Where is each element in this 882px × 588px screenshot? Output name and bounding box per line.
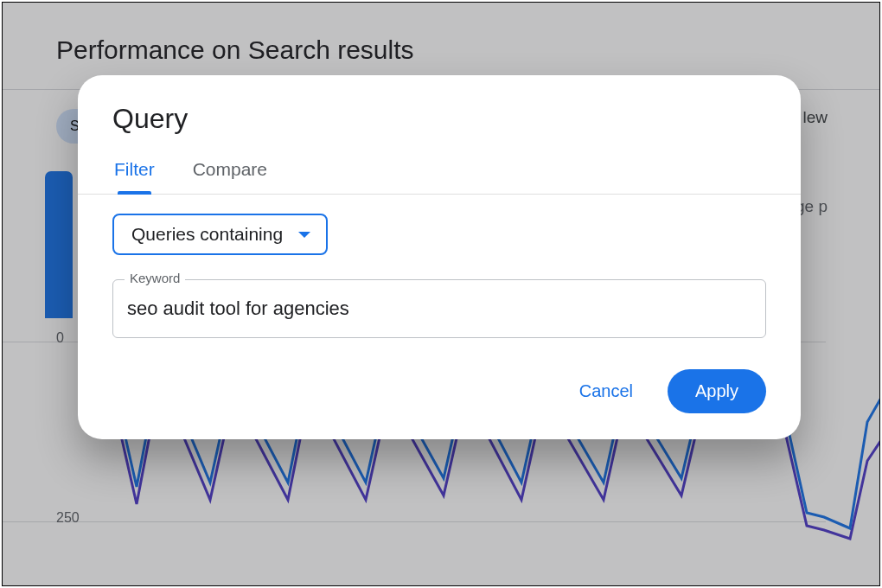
apply-button[interactable]: Apply (668, 369, 766, 413)
query-mode-dropdown[interactable]: Queries containing (112, 214, 328, 255)
caret-down-icon (298, 232, 310, 238)
keyword-field-label: Keyword (125, 271, 185, 285)
cancel-button[interactable]: Cancel (569, 373, 643, 410)
keyword-input[interactable] (112, 279, 766, 338)
keyword-field-wrap: Keyword (112, 279, 766, 338)
dropdown-selected-label: Queries containing (131, 224, 283, 245)
tab-compare[interactable]: Compare (191, 159, 269, 194)
modal-tabs: Filter Compare (78, 159, 801, 195)
modal-title: Query (112, 103, 766, 135)
modal-actions: Cancel Apply (112, 369, 766, 413)
tab-filter[interactable]: Filter (112, 159, 157, 194)
query-modal: Query Filter Compare Queries containing … (78, 75, 801, 439)
